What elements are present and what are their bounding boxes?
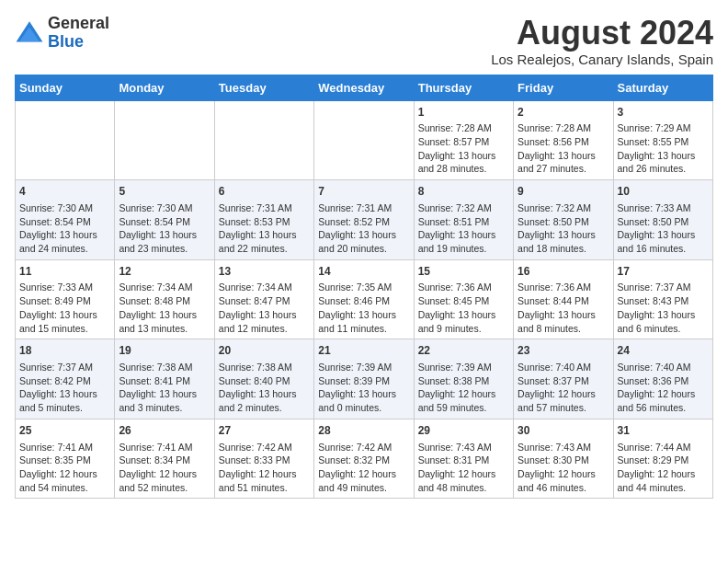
day-info: Sunrise: 7:40 AMSunset: 8:36 PMDaylight:…	[618, 361, 709, 415]
day-number: 8	[418, 184, 509, 200]
calendar-cell: 4Sunrise: 7:30 AMSunset: 8:54 PMDaylight…	[16, 180, 115, 260]
calendar-cell: 30Sunrise: 7:43 AMSunset: 8:30 PMDayligh…	[514, 419, 613, 499]
day-number: 7	[318, 184, 409, 200]
day-info: Sunrise: 7:43 AMSunset: 8:31 PMDaylight:…	[418, 441, 509, 495]
day-number: 20	[219, 343, 310, 359]
header: General Blue August 2024 Los Realejos, C…	[15, 15, 713, 67]
calendar-cell	[115, 100, 214, 180]
day-number: 27	[219, 423, 310, 439]
calendar-cell: 20Sunrise: 7:38 AMSunset: 8:40 PMDayligh…	[214, 339, 313, 419]
day-info: Sunrise: 7:41 AMSunset: 8:34 PMDaylight:…	[119, 441, 210, 495]
day-info: Sunrise: 7:31 AMSunset: 8:52 PMDaylight:…	[318, 201, 409, 256]
day-number: 30	[518, 423, 609, 439]
location-title: Los Realejos, Canary Islands, Spain	[491, 52, 713, 67]
day-number: 4	[19, 184, 110, 200]
header-saturday: Saturday	[613, 75, 712, 100]
day-number: 6	[219, 184, 310, 200]
calendar-cell: 11Sunrise: 7:33 AMSunset: 8:49 PMDayligh…	[16, 259, 115, 339]
day-number: 19	[119, 343, 210, 359]
day-info: Sunrise: 7:37 AMSunset: 8:42 PMDaylight:…	[19, 361, 110, 415]
day-info: Sunrise: 7:32 AMSunset: 8:50 PMDaylight:…	[518, 201, 609, 256]
day-info: Sunrise: 7:32 AMSunset: 8:51 PMDaylight:…	[418, 201, 509, 256]
day-number: 22	[418, 343, 509, 359]
calendar-cell: 23Sunrise: 7:40 AMSunset: 8:37 PMDayligh…	[514, 339, 613, 419]
header-friday: Friday	[514, 75, 613, 100]
day-number: 28	[318, 423, 409, 439]
logo-icon	[15, 18, 44, 48]
calendar-table: SundayMondayTuesdayWednesdayThursdayFrid…	[15, 75, 713, 500]
week-row-2: 4Sunrise: 7:30 AMSunset: 8:54 PMDaylight…	[16, 180, 713, 260]
calendar-cell: 13Sunrise: 7:34 AMSunset: 8:47 PMDayligh…	[214, 259, 313, 339]
day-number: 21	[318, 343, 409, 359]
day-info: Sunrise: 7:35 AMSunset: 8:46 PMDaylight:…	[318, 281, 409, 335]
day-info: Sunrise: 7:38 AMSunset: 8:41 PMDaylight:…	[119, 361, 210, 415]
week-row-5: 25Sunrise: 7:41 AMSunset: 8:35 PMDayligh…	[16, 419, 713, 499]
logo-text: General Blue	[48, 15, 109, 52]
calendar-cell: 12Sunrise: 7:34 AMSunset: 8:48 PMDayligh…	[115, 259, 214, 339]
day-number: 2	[518, 105, 609, 121]
calendar-cell: 7Sunrise: 7:31 AMSunset: 8:52 PMDaylight…	[314, 180, 414, 260]
day-number: 3	[618, 105, 709, 121]
day-number: 26	[119, 423, 210, 439]
day-info: Sunrise: 7:43 AMSunset: 8:30 PMDaylight:…	[518, 441, 609, 495]
day-info: Sunrise: 7:40 AMSunset: 8:37 PMDaylight:…	[518, 361, 609, 415]
calendar-cell: 22Sunrise: 7:39 AMSunset: 8:38 PMDayligh…	[414, 339, 513, 419]
day-info: Sunrise: 7:38 AMSunset: 8:40 PMDaylight:…	[219, 361, 310, 415]
day-info: Sunrise: 7:31 AMSunset: 8:53 PMDaylight:…	[219, 201, 310, 256]
day-number: 5	[119, 184, 210, 200]
day-number: 10	[618, 184, 709, 200]
logo-blue-text: Blue	[48, 32, 84, 51]
calendar-cell: 10Sunrise: 7:33 AMSunset: 8:50 PMDayligh…	[613, 180, 712, 260]
day-info: Sunrise: 7:42 AMSunset: 8:33 PMDaylight:…	[219, 441, 310, 495]
day-info: Sunrise: 7:30 AMSunset: 8:54 PMDaylight:…	[19, 201, 110, 256]
day-number: 14	[318, 264, 409, 280]
day-info: Sunrise: 7:28 AMSunset: 8:56 PMDaylight:…	[518, 121, 609, 176]
day-number: 11	[19, 264, 110, 280]
title-area: August 2024 Los Realejos, Canary Islands…	[491, 15, 713, 67]
calendar-cell: 17Sunrise: 7:37 AMSunset: 8:43 PMDayligh…	[613, 259, 712, 339]
calendar-header-row: SundayMondayTuesdayWednesdayThursdayFrid…	[16, 75, 713, 100]
calendar-cell: 26Sunrise: 7:41 AMSunset: 8:34 PMDayligh…	[115, 419, 214, 499]
day-info: Sunrise: 7:36 AMSunset: 8:44 PMDaylight:…	[518, 281, 609, 335]
calendar-cell: 6Sunrise: 7:31 AMSunset: 8:53 PMDaylight…	[214, 180, 313, 260]
day-number: 13	[219, 264, 310, 280]
calendar-cell	[214, 100, 313, 180]
header-sunday: Sunday	[16, 75, 115, 100]
calendar-cell: 19Sunrise: 7:38 AMSunset: 8:41 PMDayligh…	[115, 339, 214, 419]
calendar-cell: 8Sunrise: 7:32 AMSunset: 8:51 PMDaylight…	[414, 180, 513, 260]
day-number: 12	[119, 264, 210, 280]
day-number: 16	[518, 264, 609, 280]
calendar-cell: 18Sunrise: 7:37 AMSunset: 8:42 PMDayligh…	[16, 339, 115, 419]
calendar-cell: 16Sunrise: 7:36 AMSunset: 8:44 PMDayligh…	[514, 259, 613, 339]
calendar-cell: 15Sunrise: 7:36 AMSunset: 8:45 PMDayligh…	[414, 259, 513, 339]
calendar-cell: 28Sunrise: 7:42 AMSunset: 8:32 PMDayligh…	[314, 419, 414, 499]
calendar-cell: 5Sunrise: 7:30 AMSunset: 8:54 PMDaylight…	[115, 180, 214, 260]
calendar-cell: 21Sunrise: 7:39 AMSunset: 8:39 PMDayligh…	[314, 339, 414, 419]
day-info: Sunrise: 7:44 AMSunset: 8:29 PMDaylight:…	[618, 441, 709, 495]
day-number: 17	[618, 264, 709, 280]
day-info: Sunrise: 7:42 AMSunset: 8:32 PMDaylight:…	[318, 441, 409, 495]
calendar-cell	[314, 100, 414, 180]
day-number: 24	[618, 343, 709, 359]
day-number: 29	[418, 423, 509, 439]
header-tuesday: Tuesday	[214, 75, 313, 100]
week-row-4: 18Sunrise: 7:37 AMSunset: 8:42 PMDayligh…	[16, 339, 713, 419]
month-title: August 2024	[491, 15, 713, 52]
calendar-cell	[16, 100, 115, 180]
day-info: Sunrise: 7:41 AMSunset: 8:35 PMDaylight:…	[19, 441, 110, 495]
header-thursday: Thursday	[414, 75, 513, 100]
day-number: 1	[418, 105, 509, 121]
calendar-cell: 9Sunrise: 7:32 AMSunset: 8:50 PMDaylight…	[514, 180, 613, 260]
week-row-1: 1Sunrise: 7:28 AMSunset: 8:57 PMDaylight…	[16, 100, 713, 180]
calendar-cell: 14Sunrise: 7:35 AMSunset: 8:46 PMDayligh…	[314, 259, 414, 339]
day-info: Sunrise: 7:29 AMSunset: 8:55 PMDaylight:…	[618, 121, 709, 176]
day-number: 15	[418, 264, 509, 280]
header-monday: Monday	[115, 75, 214, 100]
calendar-cell: 27Sunrise: 7:42 AMSunset: 8:33 PMDayligh…	[214, 419, 313, 499]
day-info: Sunrise: 7:36 AMSunset: 8:45 PMDaylight:…	[418, 281, 509, 335]
day-info: Sunrise: 7:34 AMSunset: 8:47 PMDaylight:…	[219, 281, 310, 335]
day-number: 31	[618, 423, 709, 439]
day-number: 9	[518, 184, 609, 200]
day-info: Sunrise: 7:33 AMSunset: 8:49 PMDaylight:…	[19, 281, 110, 335]
day-info: Sunrise: 7:34 AMSunset: 8:48 PMDaylight:…	[119, 281, 210, 335]
